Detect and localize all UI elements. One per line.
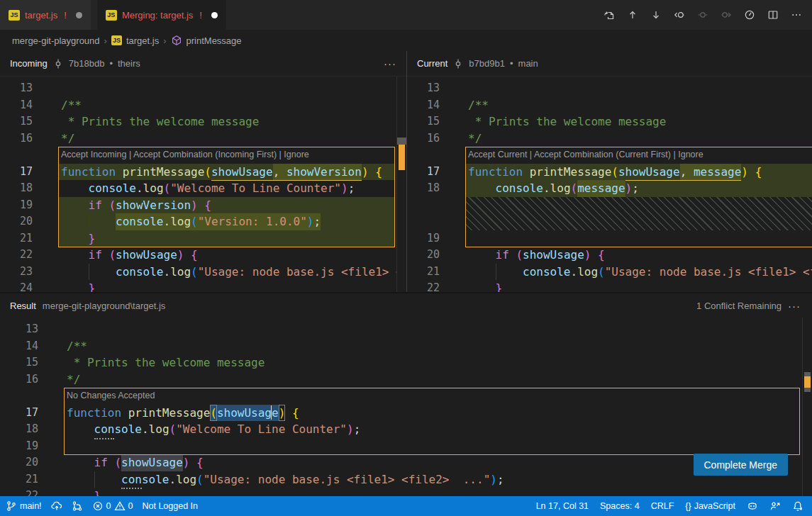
code-line[interactable]: 18 console.log(message);: [407, 180, 812, 197]
code-line[interactable]: 14/**: [407, 97, 812, 114]
code-line[interactable]: 17function printMessage(showUsage, messa…: [407, 164, 812, 181]
copilot-status-item[interactable]: [747, 500, 758, 512]
cursor-position-item[interactable]: Ln 17, Col 31: [536, 501, 589, 511]
line-number: 15: [0, 354, 38, 371]
line-number: 18: [0, 421, 38, 438]
previous-change-icon[interactable]: [624, 6, 641, 23]
incoming-pane-header: Incoming 7b18bdb • theirs ···: [0, 51, 406, 77]
javascript-file-icon: JS: [111, 35, 122, 45]
breadcrumb-symbol[interactable]: printMessage: [187, 35, 242, 46]
eol-label: CRLF: [651, 501, 674, 511]
breadcrumb-file[interactable]: target.js: [126, 35, 159, 46]
open-changes-icon[interactable]: [601, 6, 618, 23]
modified-indicator-icon[interactable]: [76, 12, 82, 18]
line-number: 16: [0, 371, 38, 388]
line-number: 22: [0, 488, 38, 496]
indentation-item[interactable]: Spaces: 4: [600, 501, 640, 511]
current-editor[interactable]: 1314/**15 * Prints the welcome message16…: [407, 77, 812, 292]
code-line[interactable]: 16*/: [407, 130, 812, 147]
code-line[interactable]: 14/**: [0, 97, 406, 114]
code-line[interactable]: 19 if (showVersion) {: [0, 197, 406, 214]
code-line[interactable]: 13: [0, 321, 812, 338]
feedback-status-item[interactable]: [769, 500, 781, 512]
overview-ruler[interactable]: [802, 318, 812, 496]
overview-ruler[interactable]: [396, 77, 406, 292]
code-line[interactable]: 17function printMessage(showUsage) {: [0, 405, 812, 422]
conflict-dot-icon[interactable]: [694, 6, 711, 23]
conflict-action[interactable]: Accept Incoming: [61, 150, 126, 159]
code-line[interactable]: 19: [407, 230, 812, 247]
publish-changes-button[interactable]: [51, 500, 62, 512]
code-line[interactable]: 21 }: [0, 230, 406, 247]
line-number: 20: [407, 247, 440, 264]
code-line[interactable]: 14/**: [0, 338, 812, 355]
branch-status-item[interactable]: main!: [6, 500, 42, 512]
tab-merging-target-js[interactable]: JS Merging: target.js !: [97, 0, 226, 30]
language-mode-item[interactable]: {} JavaScript: [685, 501, 735, 511]
incoming-editor[interactable]: 1314/**15 * Prints the welcome message16…: [0, 77, 406, 292]
line-number: 22: [407, 280, 440, 292]
merge-conflict-actions: No Changes Accepted: [67, 388, 155, 405]
next-change-icon[interactable]: [647, 6, 664, 23]
code-line[interactable]: 23 console.log("Usage: node base.js <fil…: [0, 264, 406, 281]
code-line[interactable]: 24 }: [0, 280, 406, 292]
code-line[interactable]: Accept Incoming | Accept Combination (In…: [0, 147, 406, 164]
previous-conflict-icon[interactable]: [671, 6, 688, 23]
line-number: 15: [0, 113, 33, 130]
code-line[interactable]: No Changes Accepted: [0, 388, 812, 405]
more-actions-icon[interactable]: ···: [788, 300, 801, 312]
deleted-lines-hatch[interactable]: [407, 197, 812, 230]
code-line[interactable]: 15 * Prints the welcome message: [407, 113, 812, 130]
account-status-item[interactable]: Not Logged In: [142, 501, 198, 511]
problems-status-item[interactable]: 0 0: [92, 500, 133, 512]
code-line[interactable]: 21 console.log("Usage: node base.js <fil…: [0, 471, 812, 488]
line-number: 13: [0, 80, 33, 97]
code-line[interactable]: 18 console.log("Welcome To Line Counter"…: [0, 180, 406, 197]
symbol-method-icon: [171, 35, 182, 46]
conflict-action[interactable]: Ignore: [284, 150, 308, 159]
complete-merge-button[interactable]: Complete Merge: [694, 454, 789, 476]
warning-icon: [114, 500, 126, 512]
line-number: 21: [0, 471, 38, 488]
code-line[interactable]: 13: [0, 80, 406, 97]
code-line[interactable]: 20 if (showUsage) {: [0, 454, 812, 471]
result-editor[interactable]: 1314/**15 * Prints the welcome message16…: [0, 318, 812, 496]
code-line[interactable]: 21 console.log("Usage: node base.js <fil…: [407, 264, 812, 281]
code-line[interactable]: 13: [407, 80, 812, 97]
notifications-status-item[interactable]: [792, 500, 803, 512]
merge-editor-layout-icon[interactable]: [741, 6, 758, 23]
code-line[interactable]: 22 if (showUsage) {: [0, 247, 406, 264]
conflict-action[interactable]: Accept Combination (Current First): [534, 150, 671, 159]
code-line[interactable]: 22 }: [407, 280, 812, 292]
code-line[interactable]: Accept Current | Accept Combination (Cur…: [407, 147, 812, 164]
code-line[interactable]: 16*/: [0, 371, 812, 388]
conflict-action[interactable]: Accept Combination (Incoming First): [133, 150, 277, 159]
more-actions-icon[interactable]: ···: [384, 57, 396, 69]
line-number: 15: [407, 113, 440, 130]
line-number: [407, 147, 440, 164]
conflict-action[interactable]: Accept Current: [468, 150, 527, 159]
line-number: 16: [407, 130, 440, 147]
ref-name: main: [518, 58, 538, 69]
conflict-action[interactable]: Ignore: [678, 150, 703, 159]
code-line[interactable]: 18 console.log("Welcome To Line Counter"…: [0, 421, 812, 438]
cursor-position: Ln 17, Col 31: [536, 501, 589, 511]
split-editor-icon[interactable]: [764, 6, 782, 23]
code-line[interactable]: 19: [0, 438, 812, 455]
editor-actions: [601, 0, 812, 30]
tab-target-js[interactable]: JS target.js !: [0, 0, 91, 30]
git-graph-button[interactable]: [72, 500, 83, 512]
line-number: 19: [0, 197, 33, 214]
code-line[interactable]: 15 * Prints the welcome message: [0, 354, 812, 371]
breadcrumb-folder[interactable]: merge-git-playground: [12, 35, 100, 46]
code-line[interactable]: 20 console.log("Version: 1.0.0");: [0, 213, 406, 230]
code-line[interactable]: 17function printMessage(showUsage, showV…: [0, 164, 406, 181]
code-line[interactable]: 16*/: [0, 130, 406, 147]
next-conflict-icon[interactable]: [718, 6, 735, 23]
code-line[interactable]: 15 * Prints the welcome message: [0, 113, 406, 130]
line-number: 18: [0, 180, 33, 197]
more-actions-icon[interactable]: [788, 6, 805, 23]
code-line[interactable]: 20 if (showUsage) {: [407, 247, 812, 264]
eol-item[interactable]: CRLF: [651, 501, 674, 511]
modified-indicator-icon[interactable]: [211, 12, 218, 18]
